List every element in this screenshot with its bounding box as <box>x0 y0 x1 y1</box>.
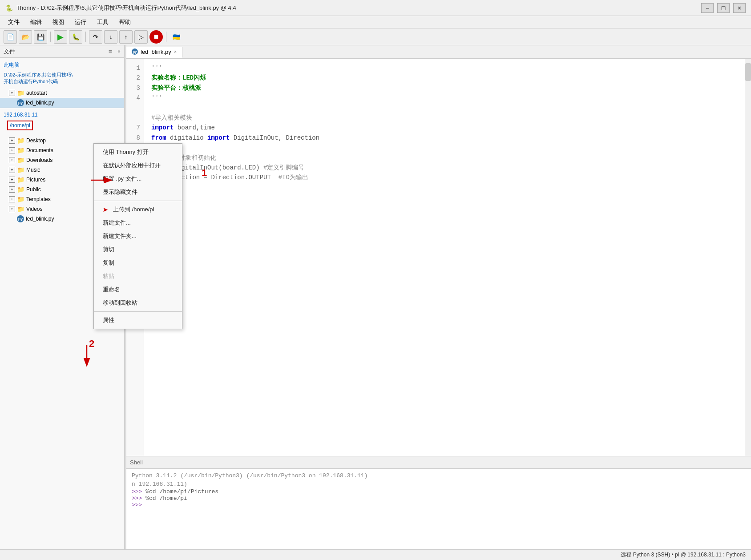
code-line-5 <box>151 103 738 113</box>
local-computer-section[interactable]: 此电脑 <box>0 60 124 71</box>
line-num-5 <box>130 103 140 113</box>
ctx-cut[interactable]: 剪切 <box>94 243 182 256</box>
editor-content: 1 2 3 4 7 8 ''' <box>126 59 751 456</box>
expand-icon-public[interactable]: + <box>9 186 15 193</box>
editor-tab-led-blink[interactable]: py led_blink.py × <box>126 47 182 58</box>
save-file-button[interactable]: 💾 <box>34 30 47 44</box>
editor-scrollbar[interactable] <box>745 59 751 456</box>
folder-label-autostart: autostart <box>26 90 47 96</box>
code-line-1: ''' <box>151 63 738 73</box>
step-over-button[interactable]: ↷ <box>89 30 102 44</box>
run-button[interactable]: ▶ <box>54 30 67 44</box>
ctx-properties[interactable]: 属性 <box>94 314 182 327</box>
ctx-open-thonny[interactable]: 使用 Thonny 打开 <box>94 145 182 159</box>
minimize-button[interactable]: − <box>701 3 714 13</box>
ctx-copy[interactable]: 复制 <box>94 256 182 270</box>
local-folder-autostart[interactable]: + 📁 autostart <box>0 88 124 98</box>
file-panel: 文件 ≡ × 此电脑 D:\02-示例程序\6.其它使用技巧\开机自动运行Pyt… <box>0 45 125 549</box>
toolbar: 📄 📂 💾 ▶ 🐛 ↷ ↓ ↑ ▷ ■ 🇺🇦 <box>0 28 751 45</box>
code-editor[interactable]: ''' 实验名称：LED闪烁 实验平台：核桃派 ''' #导入相关模块 impo… <box>144 59 745 456</box>
code-line-6: #导入相关模块 <box>151 113 738 123</box>
terminal-content[interactable]: Python 3.11.2 (/usr/bin/Python3) (/usr/b… <box>126 469 751 549</box>
menu-tools[interactable]: 工具 <box>93 17 113 27</box>
terminal-prompt-3: >>> <box>132 502 746 508</box>
python-icon-remote-led-blink: py <box>17 215 24 222</box>
line-num-4: 4 <box>130 93 140 103</box>
ctx-rename[interactable]: 重命名 <box>94 283 182 296</box>
expand-icon-documents[interactable]: + <box>9 147 15 153</box>
code-line-11: led = DigitalInOut(board.LED) #定义引脚编号 <box>151 163 738 173</box>
remote-host-label[interactable]: 192.168.31.11 <box>0 110 124 120</box>
file-panel-title: 文件 <box>4 48 109 56</box>
file-panel-close-button[interactable]: × <box>117 48 121 55</box>
terminal-cmd-2: >>> %cd /home/pi <box>132 495 746 502</box>
folder-icon-templates: 📁 <box>17 196 24 203</box>
folder-icon-downloads: 📁 <box>17 157 24 164</box>
folder-icon-documents: 📁 <box>17 147 24 154</box>
editor-tabs: py led_blink.py × <box>126 45 751 59</box>
folder-label-downloads: Downloads <box>26 157 52 163</box>
menu-help[interactable]: 帮助 <box>115 17 135 27</box>
file-label-led-blink-remote: led_blink.py <box>26 216 54 222</box>
expand-icon-autostart[interactable]: + <box>9 90 15 96</box>
ukraine-flag: 🇺🇦 <box>170 30 183 44</box>
menu-view[interactable]: 视图 <box>48 17 69 27</box>
open-file-button[interactable]: 📂 <box>19 30 32 44</box>
ctx-trash[interactable]: 移动到回收站 <box>94 296 182 310</box>
folder-icon-public: 📁 <box>17 186 24 193</box>
expand-icon-desktop[interactable]: + <box>9 137 15 144</box>
line-num-7: 7 <box>130 123 140 133</box>
ctx-configure-py[interactable]: 配置 .py 文件... <box>94 172 182 185</box>
folder-icon-desktop: 📁 <box>17 137 24 144</box>
new-file-button[interactable]: 📄 <box>4 30 17 44</box>
ctx-paste[interactable]: 粘贴 <box>94 270 182 283</box>
toolbar-sep-2 <box>85 32 86 42</box>
folder-icon-autostart: 📁 <box>17 89 24 97</box>
expand-icon-videos[interactable]: + <box>9 206 15 212</box>
folder-label-videos: Videos <box>26 206 42 212</box>
ctx-new-folder[interactable]: 新建文件夹... <box>94 230 182 243</box>
expand-icon-downloads[interactable]: + <box>9 157 15 163</box>
python-icon-local-led-blink: py <box>17 99 24 106</box>
window-controls: − □ × <box>701 3 746 13</box>
line-num-3: 3 <box>130 83 140 93</box>
line-num-8: 8 <box>130 133 140 143</box>
folder-label-public: Public <box>26 186 41 193</box>
file-panel-menu-icon[interactable]: ≡ <box>109 48 112 55</box>
stop-button[interactable]: ■ <box>149 30 163 44</box>
code-line-7: import board,time <box>151 123 738 133</box>
main-layout: 文件 ≡ × 此电脑 D:\02-示例程序\6.其它使用技巧\开机自动运行Pyt… <box>0 45 751 549</box>
restore-button[interactable]: □ <box>717 3 730 13</box>
window-title: Thonny - D:\02-示例程序\6.其它使用技巧\开机自动运行Pytho… <box>16 4 236 12</box>
line-num-2: 2 <box>130 73 140 83</box>
remote-path-box: /home/pi <box>7 121 33 130</box>
ctx-new-file[interactable]: 新建文件... <box>94 216 182 230</box>
context-menu: 使用 Thonny 打开 在默认外部应用中打开 配置 .py 文件... 显示隐… <box>93 143 182 329</box>
code-line-10: #构建LED对象和初始化 <box>151 153 738 163</box>
ctx-open-external[interactable]: 在默认外部应用中打开 <box>94 159 182 172</box>
menu-run[interactable]: 运行 <box>70 17 91 27</box>
tab-filename: led_blink.py <box>141 48 171 55</box>
expand-icon-music[interactable]: + <box>9 167 15 173</box>
menu-file[interactable]: 文件 <box>4 17 24 27</box>
debug-button[interactable]: 🐛 <box>69 30 82 44</box>
app-icon: 🐍 <box>5 4 13 12</box>
step-out-button[interactable]: ↑ <box>119 30 133 44</box>
code-line-4: ''' <box>151 93 738 103</box>
ctx-show-hidden[interactable]: 显示隐藏文件 <box>94 185 182 199</box>
step-into-button[interactable]: ↓ <box>104 30 117 44</box>
status-text: 远程 Python 3 (SSH) • pi @ 192.168.31.11 :… <box>621 551 746 559</box>
close-button[interactable]: × <box>733 3 746 13</box>
ctx-upload[interactable]: ➤ 上传到 /home/pi <box>94 203 182 216</box>
expand-icon-pictures[interactable]: + <box>9 177 15 183</box>
resume-button[interactable]: ▷ <box>134 30 148 44</box>
menu-edit[interactable]: 编辑 <box>26 17 46 27</box>
terminal-header: Shell <box>126 456 751 469</box>
scrollbar-thumb[interactable] <box>745 63 751 81</box>
tab-close-button[interactable]: × <box>174 49 177 54</box>
terminal-cmd-1: >>> %cd /home/pi/Pictures <box>132 488 746 495</box>
expand-icon-templates[interactable]: + <box>9 196 15 202</box>
folder-icon-videos: 📁 <box>17 205 24 213</box>
local-file-led-blink[interactable]: py led_blink.py <box>0 98 124 108</box>
tab-python-icon: py <box>132 48 138 55</box>
